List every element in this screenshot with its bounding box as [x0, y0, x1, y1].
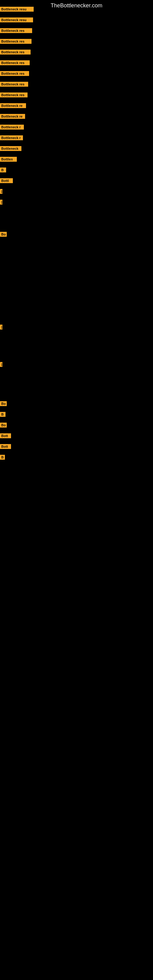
bottleneck-item-15: Bottlen [0, 157, 17, 162]
bottleneck-item-9: Bottleneck res [0, 92, 27, 97]
bottleneck-item-12: Bottleneck r [0, 125, 24, 130]
bottleneck-item-19: | [0, 200, 2, 205]
bottleneck-item-24: B [0, 412, 5, 417]
bottleneck-item-21: | [0, 325, 2, 329]
bottleneck-item-26: Bott [0, 433, 11, 438]
bottleneck-item-14: Bottleneck [0, 146, 21, 151]
bottleneck-item-10: Bottleneck re [0, 103, 26, 108]
bottleneck-item-28: B [0, 455, 5, 460]
bottleneck-item-2: Bottleneck resu [0, 18, 33, 22]
bottleneck-item-18: | [0, 189, 2, 194]
bottleneck-item-20: Bo [0, 232, 7, 237]
bottleneck-item-16: B [0, 167, 6, 172]
bottleneck-item-5: Bottleneck res [0, 49, 30, 54]
bottleneck-item-23: Bo [0, 401, 7, 406]
bottleneck-item-25: Bo [0, 423, 7, 428]
bottleneck-item-27: Bott [0, 444, 11, 449]
bottleneck-item-6: Bottleneck res [0, 60, 30, 65]
bottleneck-item-13: Bottleneck r [0, 135, 23, 140]
bottleneck-item-11: Bottleneck re [0, 114, 25, 119]
bottleneck-item-17: Bottl [0, 178, 13, 183]
bottleneck-item-7: Bottleneck res [0, 71, 29, 76]
bottleneck-item-3: Bottleneck res [0, 28, 32, 33]
bottleneck-item-4: Bottleneck res [0, 39, 32, 44]
bottleneck-item-8: Bottleneck res [0, 82, 28, 87]
bottleneck-item-22: | [0, 362, 2, 367]
bottleneck-item-1: Bottleneck resu [0, 7, 33, 12]
